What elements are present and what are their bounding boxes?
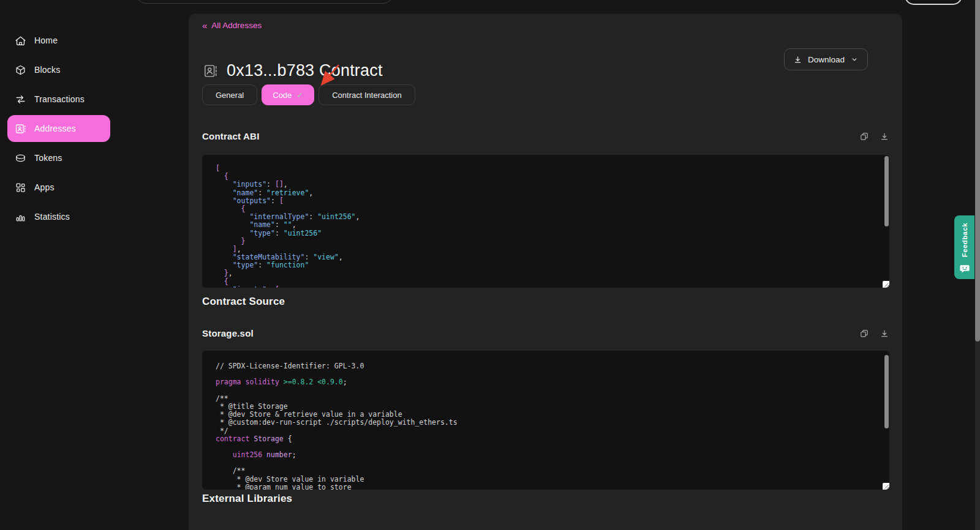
page-title-row: 0x13...b783 Contract [203, 61, 383, 80]
double-chevron-left-icon: « [202, 21, 207, 30]
source-resize-handle[interactable] [883, 483, 889, 490]
sidebar-item-label: Blocks [34, 65, 60, 75]
download-source-icon[interactable] [880, 329, 889, 338]
tab-label: Code [273, 91, 292, 100]
sidebar-item-label: Apps [34, 182, 55, 192]
section-title-storage-sol: Storage.sol [202, 328, 254, 338]
heading-external-libraries: External Libraries [202, 493, 292, 505]
sidebar-item-label: Addresses [34, 124, 76, 133]
source-code-scrollbar-thumb[interactable] [884, 355, 889, 428]
page-scrollbar-thumb[interactable] [975, 0, 980, 342]
sidebar-item-tokens[interactable]: Tokens [7, 144, 110, 171]
sidebar-item-transactions[interactable]: Transactions [7, 86, 110, 113]
tab-row: General Code Contract Interaction [202, 84, 415, 105]
chat-icon [960, 264, 970, 274]
blocks-icon [15, 64, 26, 76]
sidebar-item-statistics[interactable]: Statistics [7, 203, 110, 230]
contract-abi-code-block[interactable]: [ { "inputs": [], "name": "retrieve", "o… [202, 155, 889, 288]
sidebar-item-label: Tokens [34, 153, 62, 163]
home-icon [15, 35, 26, 47]
main-panel: « All Addresses 0x13...b783 Contract Dow… [189, 13, 902, 530]
apps-icon [15, 182, 26, 193]
sidebar-item-label: Home [34, 35, 58, 45]
abi-code-scrollbar-thumb[interactable] [884, 156, 889, 226]
download-icon [793, 55, 802, 64]
search-input[interactable] [136, 0, 393, 4]
abi-resize-handle[interactable] [883, 281, 889, 288]
topbar-button[interactable] [905, 0, 962, 5]
sidebar-item-blocks[interactable]: Blocks [7, 56, 110, 83]
check-icon [296, 91, 303, 100]
page-scrollbar[interactable] [975, 0, 980, 530]
chevron-down-icon [850, 55, 859, 64]
storage-sol-header: Storage.sol [202, 328, 889, 338]
tab-contract-interaction[interactable]: Contract Interaction [318, 84, 415, 105]
sidebar-item-label: Statistics [34, 212, 70, 222]
tab-general[interactable]: General [202, 84, 257, 105]
download-abi-icon[interactable] [880, 132, 889, 141]
contract-abi-header: Contract ABI [202, 131, 889, 141]
copy-abi-icon[interactable] [859, 132, 869, 141]
section-title-contract-abi: Contract ABI [202, 131, 260, 141]
storage-sol-code-block[interactable]: // SPDX-License-Identifier: GPL-3.0 prag… [202, 351, 889, 490]
tokens-icon [15, 152, 26, 164]
feedback-label: Feedback [961, 223, 968, 257]
breadcrumb-label: All Addresses [211, 21, 262, 30]
heading-contract-source: Contract Source [202, 296, 285, 308]
tab-label: General [216, 91, 244, 100]
contract-abi-code: [ { "inputs": [], "name": "retrieve", "o… [202, 155, 889, 288]
copy-source-icon[interactable] [859, 329, 869, 338]
addresses-icon [15, 123, 26, 135]
download-button-label: Download [808, 55, 845, 64]
sidebar-item-home[interactable]: Home [7, 27, 110, 54]
storage-sol-code: // SPDX-License-Identifier: GPL-3.0 prag… [202, 351, 889, 490]
screen: Home Blocks Transactions Addresses Token… [0, 0, 980, 530]
sidebar-item-label: Transactions [34, 94, 85, 104]
breadcrumb-all-addresses[interactable]: « All Addresses [202, 21, 262, 30]
sidebar-item-addresses[interactable]: Addresses [7, 115, 110, 142]
transactions-icon [15, 94, 26, 105]
download-button[interactable]: Download [784, 48, 868, 70]
sidebar: Home Blocks Transactions Addresses Token… [0, 27, 189, 233]
statistics-icon [15, 211, 26, 223]
tab-label: Contract Interaction [332, 91, 401, 100]
contact-card-icon [203, 64, 218, 78]
tab-code[interactable]: Code [262, 84, 314, 105]
sidebar-item-apps[interactable]: Apps [7, 174, 110, 201]
feedback-button[interactable]: Feedback [954, 215, 974, 279]
page-title: 0x13...b783 Contract [227, 61, 383, 80]
